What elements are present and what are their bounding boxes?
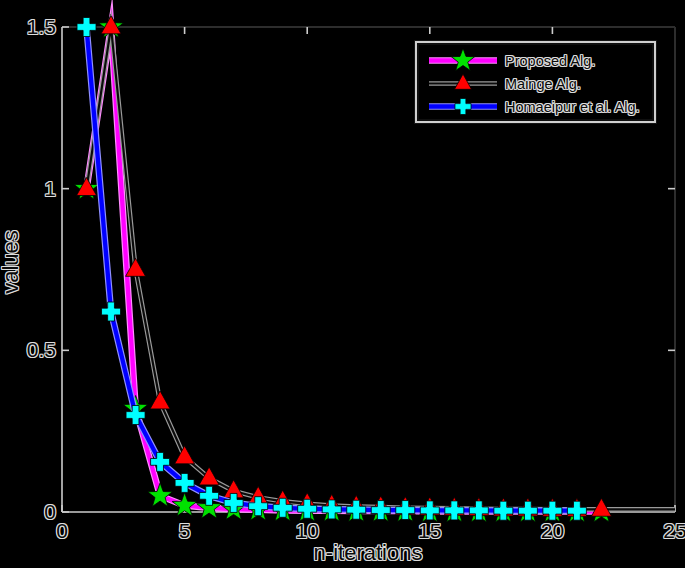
x-tick-label-4: 20	[527, 518, 577, 544]
x-tick-label-3: 15	[405, 518, 455, 544]
legend-sample-star-line	[426, 49, 500, 72]
y-tick-label-3: 1.5	[0, 14, 56, 40]
y-axis-title: values	[0, 230, 24, 294]
legend-sample-plus-line	[426, 95, 500, 118]
legend-item-homaeipur: Homaeipur et al. Alg.	[419, 95, 652, 118]
y-tick-label-2: 1	[0, 176, 56, 202]
x-tick-label-1: 5	[160, 518, 210, 544]
plus-marker	[77, 18, 96, 37]
plus-marker	[347, 500, 366, 519]
legend-label: Homaeipur et al. Alg.	[505, 99, 640, 115]
legend-sample-triangle-line	[426, 72, 500, 95]
figure: n-iterations values Proposed Alg. Mainge…	[0, 0, 685, 568]
legend-label: Mainge Alg.	[505, 76, 581, 92]
y-tick-label-0: 0	[0, 499, 56, 525]
legend-label: Proposed Alg.	[505, 53, 595, 69]
x-tick-label-5: 25	[650, 518, 685, 544]
plus-marker	[102, 302, 121, 321]
y-tick-label-1: 0.5	[0, 337, 56, 363]
legend-item-mainge: Mainge Alg.	[419, 72, 652, 95]
legend: Proposed Alg. Mainge Alg. Homaeipur et a…	[417, 43, 654, 121]
legend-item-proposed: Proposed Alg.	[419, 49, 652, 72]
triangle-marker	[150, 391, 170, 409]
star-marker	[148, 483, 173, 507]
star-marker	[451, 49, 474, 71]
x-tick-label-2: 10	[282, 518, 332, 544]
plus-marker	[455, 98, 471, 114]
triangle-marker	[175, 446, 195, 464]
